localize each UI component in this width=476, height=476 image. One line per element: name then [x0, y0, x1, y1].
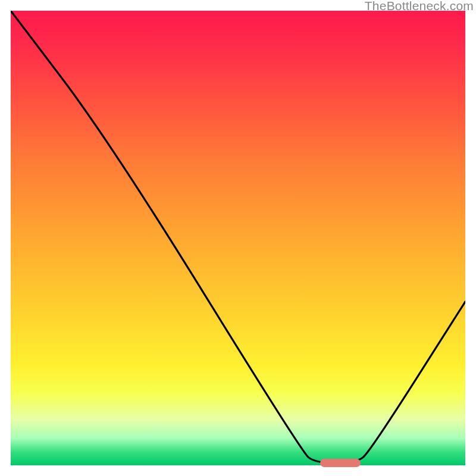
- optimal-range-marker: [320, 459, 361, 467]
- plot-area: [11, 11, 465, 465]
- curve-layer: [11, 11, 465, 465]
- watermark-text: TheBottleneck.com: [365, 0, 474, 13]
- bottleneck-chart: TheBottleneck.com: [0, 0, 476, 476]
- bottleneck-curve: [11, 11, 465, 463]
